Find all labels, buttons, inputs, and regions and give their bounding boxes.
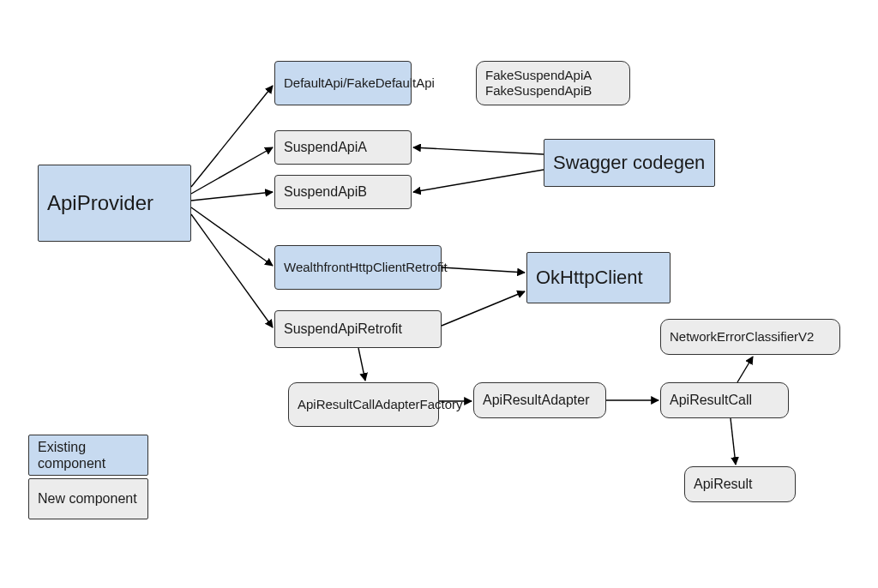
node-apiresult-label: ApiResult (694, 476, 752, 492)
node-aradapter: ApiResultAdapter (473, 382, 606, 418)
node-fakesuspend: FakeSuspendApiA FakeSuspendApiB (476, 61, 630, 105)
node-suspendapib-label: SuspendApiB (284, 183, 367, 200)
node-defaultapi: DefaultApi/FakeDefaultApi (274, 61, 412, 105)
node-neclassifier: NetworkErrorClassifierV2 (660, 319, 840, 355)
edge-suspendretrofit-okhttp (442, 291, 525, 326)
legend-existing: Existing component (28, 435, 148, 476)
edge-apiprovider-defaultapi (191, 86, 273, 187)
edge-apiprovider-suspendretrofit (191, 214, 273, 327)
node-apiprovider-label: ApiProvider (47, 191, 153, 216)
node-arcfactory: ApiResultCallAdapterFactory (288, 382, 439, 427)
node-wfretrofit: WealthfrontHttpClientRetrofit (274, 245, 442, 290)
diagram-canvas: Existing component New component ApiProv… (0, 0, 878, 588)
node-swagger-label: Swagger codegen (553, 152, 705, 174)
node-suspendapia-label: SuspendApiA (284, 139, 367, 155)
node-suspendapib: SuspendApiB (274, 175, 412, 209)
legend-new-label: New component (38, 490, 137, 507)
node-fakesuspend-b: FakeSuspendApiB (485, 83, 592, 99)
node-arcfactory-label: ApiResultCallAdapterFactory (298, 397, 463, 412)
edge-call-neclassifier (737, 357, 753, 382)
edge-apiprovider-suspendapib (191, 192, 273, 201)
node-apiprovider: ApiProvider (38, 165, 191, 242)
node-swagger: Swagger codegen (544, 139, 715, 187)
node-suspendretrofit: SuspendApiRetrofit (274, 310, 442, 348)
node-wfretrofit-label: WealthfrontHttpClientRetrofit (284, 260, 448, 275)
edge-apiprovider-wfretrofit (191, 207, 273, 266)
node-aradapter-label: ApiResultAdapter (483, 392, 590, 408)
edge-call-apiresult (731, 418, 736, 465)
edge-swagger-suspendapia (413, 147, 544, 154)
node-defaultapi-label: DefaultApi/FakeDefaultApi (284, 75, 435, 91)
node-neclassifier-label: NetworkErrorClassifierV2 (670, 329, 814, 345)
legend-existing-label: Existing component (38, 439, 139, 471)
node-apiresult: ApiResult (684, 466, 796, 502)
legend-new: New component (28, 478, 148, 519)
edge-swagger-suspendapib (413, 170, 544, 192)
node-suspendretrofit-label: SuspendApiRetrofit (284, 321, 402, 337)
edge-wfretrofit-okhttp (442, 267, 525, 273)
node-arcall-label: ApiResultCall (670, 392, 752, 408)
edge-apiprovider-suspendapia (191, 147, 273, 194)
node-okhttp: OkHttpClient (526, 252, 671, 303)
edge-suspendretrofit-factory (358, 348, 365, 381)
node-fakesuspend-a: FakeSuspendApiA (485, 68, 592, 83)
node-suspendapia: SuspendApiA (274, 130, 412, 165)
node-arcall: ApiResultCall (660, 382, 789, 418)
node-okhttp-label: OkHttpClient (536, 267, 643, 289)
